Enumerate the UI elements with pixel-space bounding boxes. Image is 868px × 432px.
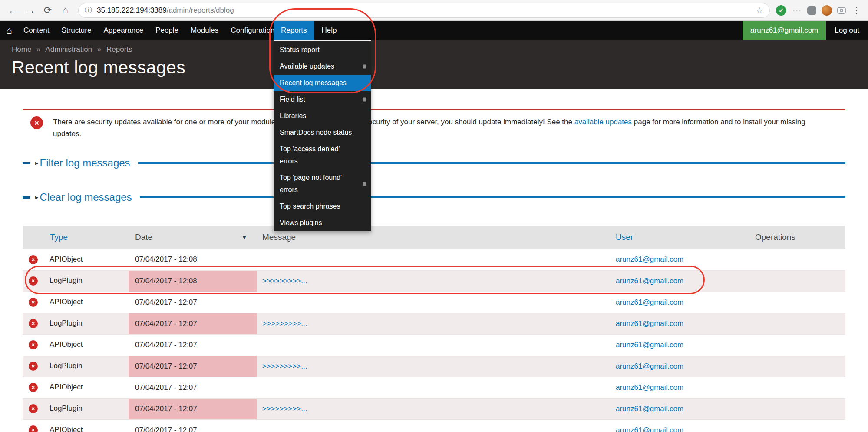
log-operations xyxy=(749,313,845,334)
log-message-empty xyxy=(257,377,611,398)
submenu-indicator-icon xyxy=(363,98,366,102)
log-messages-table: Type Date▼ Message User Operations ✕APIO… xyxy=(23,226,845,432)
error-icon: ✕ xyxy=(30,116,43,129)
log-table-row: ✕LogPlugin07/04/2017 - 12:07>>>>>>>>>...… xyxy=(23,398,845,419)
log-message-link[interactable]: >>>>>>>>>... xyxy=(262,277,307,285)
bookmark-star-icon[interactable]: ☆ xyxy=(756,5,763,16)
browser-toolbar: ← → ⟳ ⌂ ⓘ 35.185.222.194:3389/admin/repo… xyxy=(0,0,868,21)
error-status-icon: ✕ xyxy=(29,298,38,307)
log-table-row: ✕LogPlugin07/04/2017 - 12:07>>>>>>>>>...… xyxy=(23,356,845,377)
log-type: LogPlugin xyxy=(50,404,83,412)
screenshot-extension-icon[interactable] xyxy=(837,7,846,14)
column-header-date[interactable]: Date▼ xyxy=(129,226,257,249)
menu-item-field-list[interactable]: Field list xyxy=(274,91,371,108)
sort-by-user-link[interactable]: User xyxy=(616,233,633,242)
log-date: 07/04/2017 - 12:08 xyxy=(129,270,257,292)
faded-dots-extension-icon[interactable]: ⋯ xyxy=(792,5,802,16)
sort-by-type-link[interactable]: Type xyxy=(50,233,68,242)
menu-item-top-access-denied-errors[interactable]: Top 'access denied' errors xyxy=(274,141,371,169)
log-user-link[interactable]: arunz61@gmail.com xyxy=(616,298,683,306)
reload-icon[interactable]: ⟳ xyxy=(39,5,56,16)
page-title: Recent log messages xyxy=(12,57,868,78)
menu-item-views-plugins[interactable]: Views plugins xyxy=(274,215,371,231)
menu-item-available-updates[interactable]: Available updates xyxy=(274,58,371,75)
log-table-row: ✕APIObject07/04/2017 - 12:08arunz61@gmai… xyxy=(23,249,845,270)
toolbar-item-modules[interactable]: Modules xyxy=(185,21,224,40)
url-bar[interactable]: ⓘ 35.185.222.194:3389/admin/reports/dblo… xyxy=(78,3,770,18)
log-user-link[interactable]: arunz61@gmail.com xyxy=(616,319,683,328)
main-content: ✕ There are security updates available f… xyxy=(0,89,868,432)
toolbar-item-appearance[interactable]: Appearance xyxy=(97,21,149,40)
log-operations xyxy=(749,334,845,356)
log-date: 07/04/2017 - 12:07 xyxy=(129,398,257,419)
toolbar-item-people[interactable]: People xyxy=(149,21,185,40)
admin-home-icon[interactable]: ⌂ xyxy=(0,25,17,37)
log-date: 07/04/2017 - 12:07 xyxy=(129,356,257,377)
admin-toolbar: ⌂ ContentStructureAppearancePeopleModule… xyxy=(0,21,868,40)
log-type: LogPlugin xyxy=(50,319,83,327)
breadcrumb-home[interactable]: Home xyxy=(12,45,31,53)
filter-log-messages-toggle[interactable]: ▸ Filter log messages xyxy=(23,154,845,172)
green-check-extension-icon[interactable]: ✓ xyxy=(776,5,786,16)
log-message-empty xyxy=(257,249,611,270)
log-table-row: ✕APIObject07/04/2017 - 12:07arunz61@gmai… xyxy=(23,377,845,398)
url-path: /admin/reports/dblog xyxy=(167,6,234,15)
log-user-link[interactable]: arunz61@gmail.com xyxy=(616,341,683,349)
error-status-icon: ✕ xyxy=(29,340,38,349)
toolbar-item-content[interactable]: Content xyxy=(17,21,56,40)
log-type: APIObject xyxy=(50,298,83,306)
log-user-link[interactable]: arunz61@gmail.com xyxy=(616,383,683,392)
fieldset-rule xyxy=(140,196,845,198)
back-icon[interactable]: ← xyxy=(4,5,22,16)
breadcrumb-separator: » xyxy=(36,45,40,53)
log-user-link[interactable]: arunz61@gmail.com xyxy=(616,405,683,413)
available-updates-link[interactable]: available updates xyxy=(574,118,632,126)
browser-menu-icon[interactable]: ⋮ xyxy=(852,5,861,16)
log-type: LogPlugin xyxy=(50,276,83,285)
log-user-link[interactable]: arunz61@gmail.com xyxy=(616,426,683,432)
clear-log-messages-toggle[interactable]: ▸ Clear log messages xyxy=(23,189,845,206)
breadcrumb: Home » Administration » Reports xyxy=(12,45,868,54)
forward-icon[interactable]: → xyxy=(22,5,39,16)
breadcrumb-reports[interactable]: Reports xyxy=(106,45,132,53)
gray-extension-icon[interactable] xyxy=(807,6,816,15)
log-message-link[interactable]: >>>>>>>>>... xyxy=(262,319,307,328)
extension-area: ✓ ⋯ ⋮ xyxy=(774,5,864,16)
menu-item-top-page-not-found-errors[interactable]: Top 'page not found' errors xyxy=(274,169,371,198)
menu-item-smartdocs-node-status[interactable]: SmartDocs node status xyxy=(274,124,371,141)
log-message-link[interactable]: >>>>>>>>>... xyxy=(262,362,307,370)
date-header-label: Date xyxy=(135,233,152,242)
fieldset-rule xyxy=(138,162,845,164)
error-status-icon: ✕ xyxy=(29,276,38,286)
menu-item-top-search-phrases[interactable]: Top search phrases xyxy=(274,198,371,215)
menu-item-label: Top search phrases xyxy=(280,203,340,210)
orange-extension-icon[interactable] xyxy=(822,5,832,16)
log-user-link[interactable]: arunz61@gmail.com xyxy=(616,277,683,285)
page-info-icon[interactable]: ⓘ xyxy=(85,5,92,15)
menu-item-libraries[interactable]: Libraries xyxy=(274,108,371,124)
logout-link[interactable]: Log out xyxy=(826,21,868,40)
log-date: 07/04/2017 - 12:07 xyxy=(129,334,257,356)
browser-home-icon[interactable]: ⌂ xyxy=(56,5,74,16)
log-operations xyxy=(749,249,845,270)
log-message-link[interactable]: >>>>>>>>>... xyxy=(262,405,307,413)
log-user-link[interactable]: arunz61@gmail.com xyxy=(616,362,683,370)
breadcrumb-administration[interactable]: Administration xyxy=(45,45,92,53)
menu-item-status-report[interactable]: Status report xyxy=(274,42,371,58)
log-user-link[interactable]: arunz61@gmail.com xyxy=(616,255,683,263)
toolbar-item-reports[interactable]: Reports xyxy=(274,21,314,40)
menu-item-label: Top 'access denied' errors xyxy=(280,145,340,165)
log-type: APIObject xyxy=(50,255,83,263)
log-operations xyxy=(749,419,845,432)
toolbar-item-help[interactable]: Help xyxy=(314,21,344,40)
user-email-badge[interactable]: arunz61@gmail.com xyxy=(743,21,826,40)
toolbar-item-configuration[interactable]: Configuration xyxy=(224,21,281,40)
log-date: 07/04/2017 - 12:07 xyxy=(129,377,257,398)
toolbar-item-structure[interactable]: Structure xyxy=(55,21,97,40)
error-status-icon: ✕ xyxy=(29,319,38,328)
log-type: LogPlugin xyxy=(50,362,83,370)
toolbar-right: arunz61@gmail.com Log out xyxy=(743,21,868,40)
log-table-row: ✕APIObject07/04/2017 - 12:07arunz61@gmai… xyxy=(23,334,845,356)
error-status-icon: ✕ xyxy=(29,255,38,264)
menu-item-recent-log-messages[interactable]: Recent log messages xyxy=(274,75,371,91)
